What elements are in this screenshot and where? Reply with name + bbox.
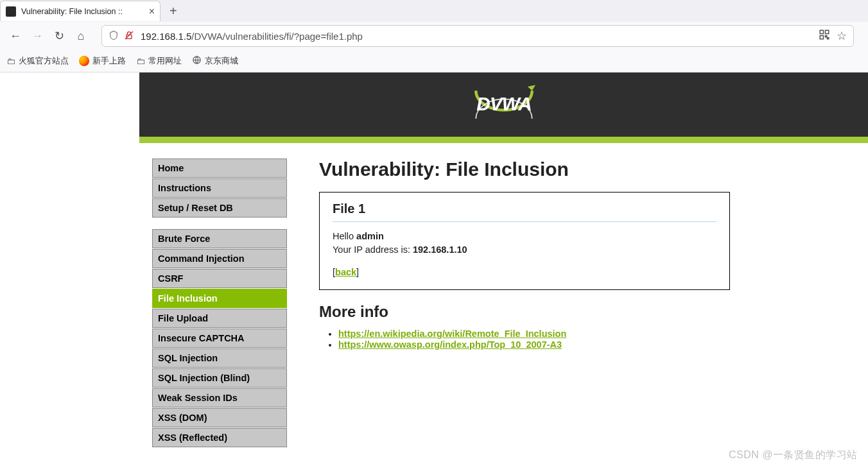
bookmark-item[interactable]: 新手上路	[79, 55, 126, 67]
sidebar-item-bruteforce[interactable]: Brute Force	[152, 229, 287, 248]
list-item: https://www.owasp.org/index.php/Top_10_2…	[338, 339, 730, 350]
page-body: DVWA Home Instructions Setup / Reset DB …	[0, 73, 868, 471]
divider	[333, 221, 716, 222]
sidebar-item-sql-injection[interactable]: SQL Injection	[152, 348, 287, 368]
sidebar-item-insecure-captcha[interactable]: Insecure CAPTCHA	[152, 329, 287, 348]
bookmark-item[interactable]: 京东商城	[192, 55, 238, 67]
bookmark-label: 火狐官方站点	[19, 55, 69, 67]
info-link[interactable]: https://www.owasp.org/index.php/Top_10_2…	[338, 339, 562, 350]
folder-icon: 🗀	[136, 56, 145, 66]
list-item: https://en.wikipedia.org/wiki/Remote_Fil…	[338, 329, 730, 339]
home-button[interactable]: ⌂	[72, 27, 90, 45]
folder-icon: 🗀	[6, 56, 15, 66]
page-title: Vulnerability: File Inclusion	[319, 158, 730, 180]
tab-title: Vulnerability: File Inclusion ::	[21, 7, 145, 16]
bookmark-star-icon[interactable]: ☆	[837, 29, 847, 43]
sidebar-item-home[interactable]: Home	[152, 158, 287, 178]
watermark: CSDN @一条贤鱼的学习站	[729, 449, 858, 462]
tab-strip: Vulnerability: File Inclusion :: × +	[0, 0, 868, 22]
sidebar-item-xss-reflected[interactable]: XSS (Reflected)	[152, 428, 287, 447]
sidebar-item-csrf[interactable]: CSRF	[152, 269, 287, 288]
browser-tab[interactable]: Vulnerability: File Inclusion :: ×	[0, 1, 161, 21]
qr-icon[interactable]	[819, 29, 830, 44]
svg-rect-3	[826, 30, 829, 33]
bookmark-item[interactable]: 🗀 常用网址	[136, 55, 182, 67]
sidebar-item-xss-dom[interactable]: XSS (DOM)	[152, 408, 287, 427]
insecure-lock-icon	[124, 30, 134, 42]
url-bar[interactable]: 192.168.1.5/DVWA/vulnerabilities/fi/?pag…	[101, 25, 854, 47]
svg-rect-6	[828, 37, 829, 39]
new-tab-button[interactable]: +	[169, 4, 177, 19]
back-link[interactable]: back	[335, 267, 356, 277]
sidebar-item-file-upload[interactable]: File Upload	[152, 309, 287, 328]
sidebar-group-main: Home Instructions Setup / Reset DB	[152, 158, 287, 218]
forward-button[interactable]: →	[28, 27, 46, 45]
firefox-icon	[79, 56, 89, 66]
sidebar-item-setup[interactable]: Setup / Reset DB	[152, 198, 287, 218]
more-info-heading: More info	[319, 303, 730, 321]
info-link[interactable]: https://en.wikipedia.org/wiki/Remote_Fil…	[338, 329, 566, 339]
svg-rect-5	[826, 35, 827, 37]
page-stage: DVWA Home Instructions Setup / Reset DB …	[139, 73, 868, 471]
left-margin	[0, 73, 139, 471]
bookmark-label: 常用网址	[148, 55, 182, 67]
svg-text:DVWA: DVWA	[476, 93, 532, 114]
svg-rect-2	[820, 30, 823, 33]
sidebar-item-command-injection[interactable]: Command Injection	[152, 249, 287, 268]
tab-close-icon[interactable]: ×	[149, 6, 155, 17]
main-content: Vulnerability: File Inclusion File 1 Hel…	[319, 158, 730, 459]
sidebar-item-instructions[interactable]: Instructions	[152, 178, 287, 198]
shield-icon	[108, 30, 119, 42]
ip-prefix: Your IP address is:	[333, 244, 413, 255]
bookmark-item[interactable]: 🗀 火狐官方站点	[6, 55, 69, 67]
browser-chrome: Vulnerability: File Inclusion :: × + ← →…	[0, 0, 868, 73]
file-box-heading: File 1	[333, 201, 716, 216]
bookmark-label: 新手上路	[92, 55, 126, 67]
nav-row: ← → ↻ ⌂ 192.168.1.5/DVWA/vulnerabilities…	[0, 22, 868, 50]
sidebar-group-vulns: Brute Force Command Injection CSRF File …	[152, 229, 287, 447]
username: admin	[356, 231, 384, 241]
sidebar-item-file-inclusion[interactable]: File Inclusion	[152, 289, 287, 308]
bookmark-bar: 🗀 火狐官方站点 新手上路 🗀 常用网址 京东商城	[0, 50, 868, 72]
sidebar-item-weak-session-ids[interactable]: Weak Session IDs	[152, 388, 287, 407]
links-list: https://en.wikipedia.org/wiki/Remote_Fil…	[338, 329, 730, 350]
file-box: File 1 Hello admin Your IP address is: 1…	[319, 192, 730, 290]
url-text: 192.168.1.5/DVWA/vulnerabilities/fi/?pag…	[141, 31, 812, 42]
globe-icon	[192, 55, 202, 67]
sidebar-item-sql-injection-blind[interactable]: SQL Injection (Blind)	[152, 368, 287, 388]
content-row: Home Instructions Setup / Reset DB Brute…	[139, 143, 868, 459]
app-header: DVWA	[139, 73, 868, 137]
sidebar: Home Instructions Setup / Reset DB Brute…	[152, 158, 287, 459]
hello-line: Hello admin Your IP address is: 192.168.…	[333, 230, 716, 257]
tab-favicon	[6, 6, 16, 17]
bookmark-label: 京东商城	[205, 55, 238, 67]
reload-button[interactable]: ↻	[50, 27, 68, 45]
svg-rect-4	[820, 35, 823, 39]
back-line: [back]	[333, 266, 716, 279]
hello-prefix: Hello	[333, 231, 356, 241]
dvwa-logo: DVWA	[459, 82, 549, 127]
ip-address: 192.168.1.10	[413, 244, 467, 255]
back-button[interactable]: ←	[6, 27, 24, 45]
green-strip	[139, 137, 868, 143]
